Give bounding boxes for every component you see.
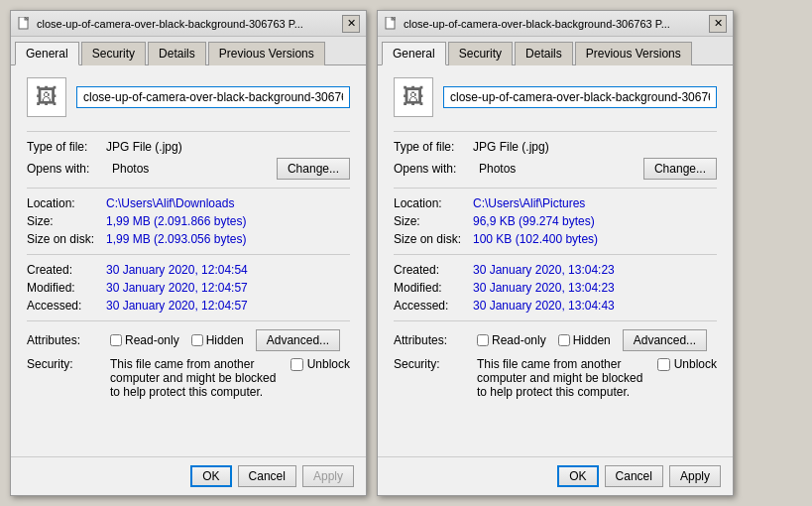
location-row-1: Location: C:\Users\Alif\Downloads — [27, 196, 350, 210]
divider-2d — [394, 320, 717, 321]
file-header-1: 🖼 — [27, 77, 350, 117]
accessed-label-2: Accessed: — [394, 299, 473, 313]
created-label-1: Created: — [27, 263, 106, 277]
close-button-1[interactable]: ✕ — [342, 15, 360, 33]
security-text-1: This file came from another computer and… — [110, 357, 287, 399]
bottom-buttons-2: OK Cancel Apply — [378, 456, 733, 495]
hidden-check-2[interactable]: Hidden — [558, 333, 611, 347]
tab-bar-2: General Security Details Previous Versio… — [378, 37, 733, 65]
bottom-buttons-1: OK Cancel Apply — [11, 456, 366, 495]
tab-previous-versions-1[interactable]: Previous Versions — [208, 42, 325, 65]
size-disk-value-1: 1,99 MB (2.093.056 bytes) — [106, 232, 350, 246]
size-disk-value-2: 100 KB (102.400 bytes) — [473, 232, 717, 246]
type-label-2: Type of file: — [394, 140, 473, 154]
divider-2c — [394, 254, 717, 255]
accessed-value-2: 30 January 2020, 13:04:43 — [473, 299, 717, 313]
accessed-label-1: Accessed: — [27, 299, 106, 313]
readonly-checkbox-2[interactable] — [477, 334, 489, 346]
checkbox-group-1: Read-only Hidden Advanced... — [110, 329, 350, 351]
modified-label-1: Modified: — [27, 281, 106, 295]
dialog-2: close-up-of-camera-over-black-background… — [377, 10, 734, 496]
created-value-2: 30 January 2020, 13:04:23 — [473, 263, 717, 277]
readonly-checkbox-1[interactable] — [110, 334, 122, 346]
tab-security-2[interactable]: Security — [448, 42, 513, 65]
tab-bar-1: General Security Details Previous Versio… — [11, 37, 366, 65]
titlebar-1: close-up-of-camera-over-black-background… — [11, 11, 366, 37]
apply-button-1[interactable]: Apply — [302, 465, 354, 487]
change-button-1[interactable]: Change... — [277, 158, 350, 180]
hidden-checkbox-1[interactable] — [191, 334, 203, 346]
unblock-checkbox-2[interactable] — [657, 358, 670, 371]
close-button-2[interactable]: ✕ — [709, 15, 727, 33]
modified-label-2: Modified: — [394, 281, 473, 295]
advanced-button-1[interactable]: Advanced... — [256, 329, 340, 351]
tab-security-1[interactable]: Security — [81, 42, 146, 65]
ok-button-1[interactable]: OK — [190, 465, 231, 487]
modified-value-2: 30 January 2020, 13:04:23 — [473, 281, 717, 295]
tab-details-2[interactable]: Details — [515, 42, 573, 65]
cancel-button-2[interactable]: Cancel — [605, 465, 663, 487]
opens-label-2: Opens with: — [394, 162, 473, 176]
advanced-button-2[interactable]: Advanced... — [623, 329, 707, 351]
location-value-1: C:\Users\Alif\Downloads — [106, 196, 350, 210]
tab-general-1[interactable]: General — [15, 42, 79, 65]
change-button-2[interactable]: Change... — [643, 158, 717, 180]
unblock-group-1: Unblock — [290, 357, 350, 371]
type-value-2: JPG File (.jpg) — [473, 140, 717, 154]
attributes-row-1: Attributes: Read-only Hidden Advanced... — [27, 329, 350, 351]
modified-value-1: 30 January 2020, 12:04:57 — [106, 281, 350, 295]
size-disk-row-2: Size on disk: 100 KB (102.400 bytes) — [394, 232, 717, 246]
size-label-1: Size: — [27, 214, 106, 228]
opens-value-1: Photos — [112, 162, 271, 176]
unblock-label-1: Unblock — [307, 357, 350, 371]
security-label-1: Security: — [27, 357, 106, 371]
cancel-button-1[interactable]: Cancel — [238, 465, 296, 487]
size-row-1: Size: 1,99 MB (2.091.866 bytes) — [27, 214, 350, 228]
filename-input-2[interactable] — [443, 86, 717, 108]
security-label-2: Security: — [394, 357, 473, 371]
security-row-2: Security: This file came from another co… — [394, 357, 717, 399]
accessed-value-1: 30 January 2020, 12:04:57 — [106, 299, 350, 313]
hidden-label-1: Hidden — [206, 333, 244, 347]
divider-1d — [27, 320, 350, 321]
file-header-2: 🖼 — [394, 77, 717, 117]
opens-with-row-2: Opens with: Photos Change... — [394, 158, 717, 180]
location-label-1: Location: — [27, 196, 106, 210]
size-disk-label-1: Size on disk: — [27, 232, 106, 246]
hidden-checkbox-2[interactable] — [558, 334, 570, 346]
titlebar-title-1: close-up-of-camera-over-black-background… — [37, 18, 338, 30]
tab-previous-versions-2[interactable]: Previous Versions — [575, 42, 692, 65]
location-value-2: C:\Users\Alif\Pictures — [473, 196, 717, 210]
tab-general-2[interactable]: General — [382, 42, 446, 65]
created-row-1: Created: 30 January 2020, 12:04:54 — [27, 263, 350, 277]
readonly-label-2: Read-only — [492, 333, 546, 347]
filename-input-1[interactable] — [76, 86, 350, 108]
apply-button-2[interactable]: Apply — [669, 465, 721, 487]
size-row-2: Size: 96,9 KB (99.274 bytes) — [394, 214, 717, 228]
size-disk-row-1: Size on disk: 1,99 MB (2.093.056 bytes) — [27, 232, 350, 246]
type-row-2: Type of file: JPG File (.jpg) — [394, 140, 717, 154]
hidden-check-1[interactable]: Hidden — [191, 333, 244, 347]
content-2: 🖼 Type of file: JPG File (.jpg) Opens wi… — [378, 65, 733, 456]
divider-2a — [394, 131, 717, 132]
opens-with-row-1: Opens with: Photos Change... — [27, 158, 350, 180]
created-value-1: 30 January 2020, 12:04:54 — [106, 263, 350, 277]
readonly-check-2[interactable]: Read-only — [477, 333, 546, 347]
created-label-2: Created: — [394, 263, 473, 277]
dialog-1: close-up-of-camera-over-black-background… — [10, 10, 367, 496]
size-value-1: 1,99 MB (2.091.866 bytes) — [106, 214, 350, 228]
readonly-check-1[interactable]: Read-only — [110, 333, 179, 347]
file-icon-small-1 — [17, 16, 33, 32]
attributes-row-2: Attributes: Read-only Hidden Advanced... — [394, 329, 717, 351]
tab-details-1[interactable]: Details — [148, 42, 206, 65]
divider-1a — [27, 131, 350, 132]
type-label-1: Type of file: — [27, 140, 106, 154]
accessed-row-2: Accessed: 30 January 2020, 13:04:43 — [394, 299, 717, 313]
size-value-2: 96,9 KB (99.274 bytes) — [473, 214, 717, 228]
modified-row-1: Modified: 30 January 2020, 12:04:57 — [27, 281, 350, 295]
attributes-label-2: Attributes: — [394, 333, 473, 347]
unblock-checkbox-1[interactable] — [290, 358, 303, 371]
image-placeholder-1: 🖼 — [36, 84, 58, 110]
ok-button-2[interactable]: OK — [557, 465, 598, 487]
modified-row-2: Modified: 30 January 2020, 13:04:23 — [394, 281, 717, 295]
